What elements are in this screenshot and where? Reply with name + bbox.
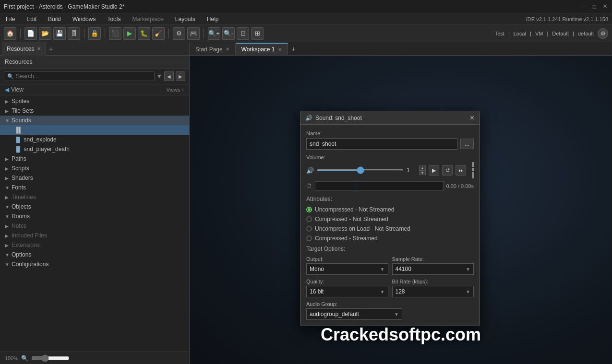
tree-notes[interactable]: ▶ Notes: [0, 221, 189, 231]
sample-rate-select[interactable]: 44100 22050 11025: [393, 264, 463, 274]
zoom-fit-button[interactable]: ⊞: [251, 27, 264, 40]
rooms-label: Rooms: [12, 213, 30, 220]
radio-uncompressed-dot[interactable]: [306, 207, 312, 212]
menu-edit[interactable]: Edit: [24, 15, 38, 23]
tree-included-files[interactable]: ▶ Included Files: [0, 231, 189, 240]
waveform-display[interactable]: [315, 181, 444, 191]
bit-rate-select[interactable]: 128 192 320: [393, 286, 463, 297]
resources-header-label: Resources: [5, 59, 32, 65]
tree-rooms[interactable]: ▼ Rooms: [0, 211, 189, 221]
tree-snd-player-death[interactable]: ▐▌ snd_player_death: [0, 144, 189, 154]
save-all-button[interactable]: 🗄: [68, 27, 80, 40]
radio-compressed-dot[interactable]: [306, 216, 312, 222]
fonts-arrow: ▼: [5, 185, 10, 190]
open-button[interactable]: 📂: [39, 27, 51, 40]
tree-paths[interactable]: ▶ Paths: [0, 154, 189, 164]
tree-options[interactable]: ▼ Options: [0, 250, 189, 259]
tree-objects[interactable]: ▼ Objects: [0, 202, 189, 211]
toolbar-separator-1: [20, 29, 21, 38]
left-panel: Resources ✕ + Resources 🔍 ▼ ◀ ▶ ◀ View: [0, 42, 190, 364]
tree-extensions[interactable]: ▶ Extensions: [0, 240, 189, 250]
settings-button[interactable]: ⚙: [173, 27, 185, 40]
menu-help[interactable]: Help: [205, 15, 221, 23]
radio-uncompress-dot[interactable]: [306, 226, 312, 232]
panel-add-button[interactable]: +: [46, 45, 56, 53]
home-button[interactable]: 🏠: [4, 27, 16, 40]
tab-start-page-close[interactable]: ✕: [226, 47, 229, 52]
tab-add-button[interactable]: +: [288, 45, 300, 53]
tree-fonts[interactable]: ▼ Fonts: [0, 183, 189, 192]
zoom-slider[interactable]: [31, 354, 70, 362]
menu-file[interactable]: File: [4, 15, 17, 23]
output-select[interactable]: Mono Stereo: [307, 264, 377, 274]
resources-panel-tab[interactable]: Resources ✕: [2, 42, 46, 56]
ellipsis-button[interactable]: ...: [460, 139, 474, 149]
loop-button[interactable]: ↺: [442, 165, 453, 176]
minimize-button[interactable]: ─: [580, 3, 587, 10]
menu-bar: File Edit Build Windows Tools Marketplac…: [0, 13, 612, 25]
target-options-grid: Output: Mono Stereo ▼ Sa: [306, 256, 474, 297]
toolbar-gear-button[interactable]: ⚙: [598, 28, 608, 39]
tree-shaders[interactable]: ▶ Shaders: [0, 173, 189, 183]
resource-button[interactable]: ⬛: [109, 27, 121, 40]
end-button[interactable]: ⏭: [456, 165, 466, 176]
name-input[interactable]: [306, 138, 457, 150]
maximize-button[interactable]: □: [591, 3, 598, 10]
sound-dialog-title-text: Sound: snd_shoot: [315, 115, 362, 121]
resources-tab-close[interactable]: ✕: [37, 46, 41, 51]
zoom-reset-button[interactable]: ⊡: [237, 27, 249, 40]
tab-workspace1-close[interactable]: ✕: [278, 47, 282, 52]
lock-button[interactable]: 🔒: [88, 27, 101, 40]
panel-bottom: 100% 🔍: [0, 352, 189, 364]
radio-compressed-not-streamed[interactable]: Compressed - Not Streamed: [306, 216, 474, 223]
search-dropdown-button[interactable]: ▼: [156, 73, 162, 80]
radio-compressed-streamed-dot[interactable]: [306, 235, 312, 241]
close-button[interactable]: ✕: [601, 3, 608, 10]
view-expand-icon[interactable]: ◀: [5, 86, 9, 93]
zoom-out-button[interactable]: 🔍-: [222, 27, 235, 40]
quality-select[interactable]: 16 bit 8 bit: [307, 286, 377, 297]
sound-dialog-body: Name: ... Volume: 🔊 1 ▲ ▼: [300, 125, 480, 326]
menu-windows[interactable]: Windows: [71, 15, 98, 23]
run-button[interactable]: ▶: [123, 27, 136, 40]
audio-group-select-wrap: audiogroup_default ▼: [306, 308, 402, 320]
tree-sounds[interactable]: ▼ Sounds: [0, 116, 189, 125]
tree-snd-explode[interactable]: ▐▌ snd_explode: [0, 135, 189, 144]
sound-dialog-header: 🔊 Sound: snd_shoot ✕: [300, 111, 480, 125]
audio-group-select[interactable]: audiogroup_default: [307, 309, 391, 319]
volume-up-button[interactable]: ▲: [419, 165, 426, 170]
clean-button[interactable]: 🧹: [152, 27, 165, 40]
volume-down-button[interactable]: ▼: [419, 170, 426, 175]
save-button[interactable]: 💾: [53, 27, 66, 40]
play-button[interactable]: ▶: [429, 165, 439, 176]
debug-button[interactable]: 🐛: [138, 27, 150, 40]
tree-sounds-selected-row[interactable]: ▐▌: [0, 125, 189, 135]
radio-uncompress-on-load[interactable]: Uncompress on Load - Not Streamed: [306, 225, 474, 232]
sound-dialog-close-button[interactable]: ✕: [469, 114, 475, 121]
menu-build[interactable]: Build: [46, 15, 63, 23]
search-input[interactable]: [16, 73, 151, 80]
sample-rate-select-wrap: 44100 22050 11025 ▼: [392, 263, 474, 275]
views-button[interactable]: Views ≡: [166, 87, 184, 93]
new-button[interactable]: 📄: [24, 27, 37, 40]
tree-tilesets[interactable]: ▶ Tile Sets: [0, 106, 189, 116]
tree-scripts[interactable]: ▶ Scripts: [0, 164, 189, 173]
search-next-button[interactable]: ▶: [176, 71, 185, 81]
volume-slider[interactable]: [317, 169, 404, 171]
zoom-in-button[interactable]: 🔍+: [208, 27, 220, 40]
menu-tools[interactable]: Tools: [105, 15, 122, 23]
radio-compressed-streamed[interactable]: Compressed - Streamed: [306, 235, 474, 242]
tree-configurations[interactable]: ▼ Configurations: [0, 259, 189, 269]
tree-sprites[interactable]: ▶ Sprites: [0, 96, 189, 106]
toolbar-separator-4: [168, 29, 169, 38]
shaders-arrow: ▶: [5, 176, 10, 181]
tab-start-page[interactable]: Start Page ✕: [190, 43, 236, 55]
radio-uncompressed-not-streamed[interactable]: Uncompressed - Not Streamed: [306, 206, 474, 213]
menu-marketplace[interactable]: Marketplace: [130, 15, 165, 23]
menu-layouts[interactable]: Layouts: [173, 15, 197, 23]
gamepad-button[interactable]: 🎮: [187, 27, 200, 40]
ide-version: IDE v2.1.1.241 Runtime v2.1.1.158: [526, 16, 608, 22]
tree-timelines[interactable]: ▶ Timelines: [0, 192, 189, 202]
tab-workspace1[interactable]: Workspace 1 ✕: [236, 43, 288, 55]
search-prev-button[interactable]: ◀: [164, 71, 174, 81]
